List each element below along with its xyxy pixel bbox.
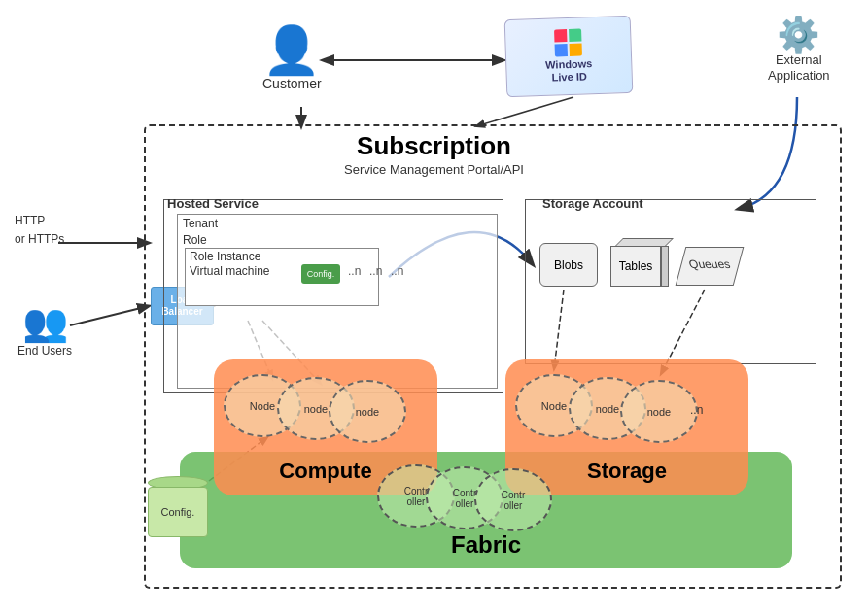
ctrl-2-label: Controller (453, 488, 476, 509)
ctrl-1-label: Controller (404, 486, 428, 507)
compute-node-1-label: Node (250, 400, 275, 412)
dots-n-2: ..n (369, 264, 382, 278)
dots-n-3: ..n (391, 264, 403, 278)
windows-live-box: Windows Live ID (504, 16, 634, 97)
http-line1: HTTP (15, 214, 45, 227)
end-users-figure: 👥 End Users (17, 301, 72, 358)
subscription-subtitle: Service Management Portal/API (0, 162, 868, 177)
customer-label: Customer (262, 76, 322, 91)
storage-node-3: node (620, 380, 698, 443)
external-app-figure: ⚙️ ExternalApplication (768, 17, 830, 83)
fabric-label: Fabric (451, 531, 521, 559)
blobs-label: Blobs (554, 258, 583, 272)
blobs-shape: Blobs (539, 243, 598, 287)
subscription-title: Subscription (0, 131, 868, 161)
compute-label: Compute (279, 459, 371, 484)
http-label: HTTP or HTTPs (15, 212, 64, 249)
storage-node-1-label: Node (541, 400, 567, 412)
win-q1 (554, 29, 567, 42)
cylinder-shape: Config. (148, 487, 208, 537)
http-line2: or HTTPs (15, 232, 64, 246)
hosted-service-label: Hosted Service (167, 196, 259, 211)
external-app-label: ExternalApplication (768, 52, 830, 83)
win-q4 (570, 43, 582, 55)
storage-dots-n: ..n (690, 403, 703, 417)
person-icon: 👤 (262, 27, 322, 74)
storage-nodes-label: Storage (587, 459, 667, 484)
config-label: Config. (161, 506, 195, 518)
storage-account-label: Storage Account (542, 196, 643, 211)
svg-line-3 (70, 306, 149, 325)
tables-label: Tables (619, 259, 653, 273)
diagram-container: 👤 Customer Windows Live ID ⚙️ ExternalAp… (0, 0, 868, 614)
tenant-label: Tenant (183, 217, 218, 230)
storage-node-2-label: node (596, 403, 619, 415)
windows-live-label: Windows Live ID (545, 57, 593, 85)
win-q2 (569, 28, 581, 41)
ctrl-3-label: Controller (502, 490, 525, 511)
tables-shape: Tables (610, 238, 669, 287)
storage-node-3-label: node (647, 406, 671, 418)
role-label: Role (183, 233, 207, 247)
end-users-label: End Users (17, 344, 72, 358)
gear-icon: ⚙️ (768, 17, 830, 52)
controller-3: Controller (474, 468, 552, 531)
vm-label: Virtual machine (190, 264, 270, 278)
tables-front: Tables (610, 246, 661, 287)
customer-figure: 👤 Customer (262, 27, 322, 91)
windows-logo (554, 28, 582, 56)
role-instance-label: Role Instance (190, 250, 260, 263)
compute-node-2-label: node (304, 403, 328, 415)
compute-node-3-label: node (356, 406, 379, 418)
end-users-icon: 👥 (17, 301, 72, 344)
compute-node-3: node (329, 380, 406, 443)
queues-label: Queues (678, 257, 741, 271)
dots-n-1: ..n (348, 264, 361, 278)
svg-line-10 (476, 97, 573, 126)
win-q3 (555, 44, 568, 56)
tables-side (661, 246, 669, 287)
config-cylinder: Config. (148, 476, 208, 537)
config-button: Config. (301, 264, 340, 284)
